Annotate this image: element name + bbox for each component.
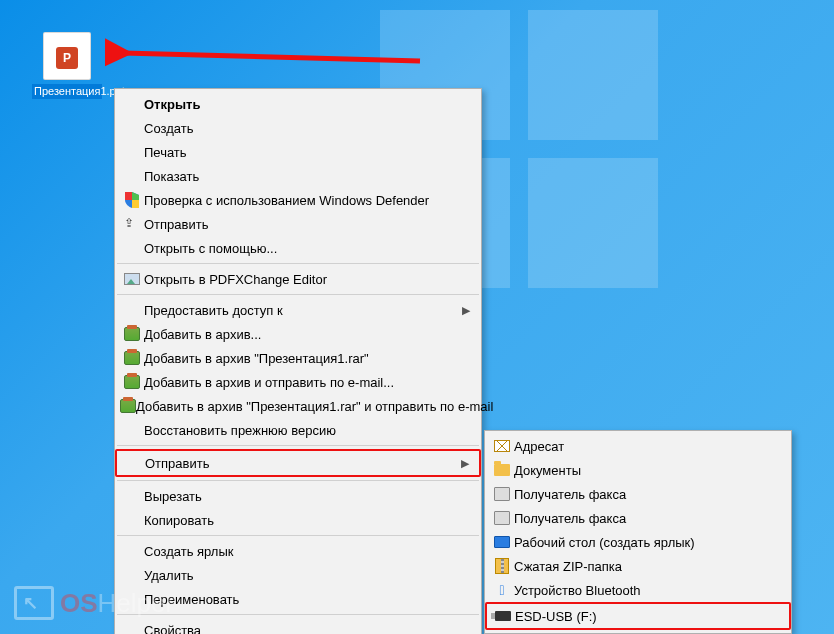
menu-create[interactable]: Создать (116, 116, 480, 140)
usb-drive-icon (491, 611, 515, 621)
mail-icon (490, 440, 514, 452)
menu-cut[interactable]: Вырезать (116, 484, 480, 508)
sendto-fax-2[interactable]: Получатель факса (486, 506, 790, 530)
file-name-label: Презентация1.pptx (32, 84, 102, 99)
menu-rar-add[interactable]: Добавить в архив... (116, 322, 480, 346)
winrar-icon (120, 327, 144, 341)
menu-print[interactable]: Печать (116, 140, 480, 164)
separator (117, 535, 479, 536)
chevron-right-icon: ▶ (462, 304, 470, 317)
menu-open-with[interactable]: Открыть с помощью... (116, 236, 480, 260)
pdfx-icon (120, 273, 144, 285)
svg-line-0 (123, 53, 420, 61)
fax-icon (490, 487, 514, 501)
menu-properties[interactable]: Свойства (116, 618, 480, 634)
sendto-documents[interactable]: Документы (486, 458, 790, 482)
context-menu: Открыть Создать Печать Показать Проверка… (114, 88, 482, 634)
menu-rar-email[interactable]: Добавить в архив и отправить по e-mail..… (116, 370, 480, 394)
separator (117, 263, 479, 264)
sendto-recipient[interactable]: Адресат (486, 434, 790, 458)
sendto-esd-usb[interactable]: ESD-USB (F:) (487, 604, 789, 628)
menu-pdfxchange[interactable]: Открыть в PDFXChange Editor (116, 267, 480, 291)
sendto-zip[interactable]: Сжатая ZIP-папка (486, 554, 790, 578)
desktop-file-pptx[interactable]: P Презентация1.pptx (32, 32, 102, 99)
menu-show[interactable]: Показать (116, 164, 480, 188)
menu-open[interactable]: Открыть (116, 92, 480, 116)
menu-share-access[interactable]: Предоставить доступ к▶ (116, 298, 480, 322)
watermark-oshelper: OSHelper (14, 586, 174, 620)
annotation-arrow (105, 35, 425, 75)
menu-rar-add-named[interactable]: Добавить в архив "Презентация1.rar" (116, 346, 480, 370)
separator (117, 294, 479, 295)
sendto-bluetooth[interactable]: 񙂠Устройство Bluetooth (486, 578, 790, 602)
menu-send[interactable]: ⇪ Отправить (116, 212, 480, 236)
zip-icon (490, 558, 514, 574)
svg-rect-2 (132, 200, 139, 208)
highlight-usb: ESD-USB (F:) (485, 602, 791, 630)
share-icon: ⇪ (120, 216, 144, 232)
sendto-desktop[interactable]: Рабочий стол (создать ярлык) (486, 530, 790, 554)
menu-create-shortcut[interactable]: Создать ярлык (116, 539, 480, 563)
menu-rar-email-named[interactable]: Добавить в архив "Презентация1.rar" и от… (116, 394, 480, 418)
shield-icon (120, 192, 144, 208)
desktop-icon (490, 536, 514, 548)
svg-rect-1 (125, 192, 132, 200)
winrar-icon (120, 351, 144, 365)
powerpoint-icon: P (43, 32, 91, 80)
highlight-send-to: Отправить▶ (115, 449, 481, 477)
menu-delete[interactable]: Удалить (116, 563, 480, 587)
sendto-fax-1[interactable]: Получатель факса (486, 482, 790, 506)
separator (117, 480, 479, 481)
send-to-submenu: Адресат Документы Получатель факса Получ… (484, 430, 792, 634)
menu-defender[interactable]: Проверка с использованием Windows Defend… (116, 188, 480, 212)
folder-icon (490, 464, 514, 476)
chevron-right-icon: ▶ (461, 457, 469, 470)
menu-send-to[interactable]: Отправить▶ (117, 451, 479, 475)
winrar-icon (120, 399, 136, 413)
cursor-monitor-icon (14, 586, 54, 620)
winrar-icon (120, 375, 144, 389)
separator (117, 445, 479, 446)
fax-icon (490, 511, 514, 525)
menu-copy[interactable]: Копировать (116, 508, 480, 532)
menu-restore-version[interactable]: Восстановить прежнюю версию (116, 418, 480, 442)
bluetooth-icon: 񙂠 (490, 583, 514, 597)
